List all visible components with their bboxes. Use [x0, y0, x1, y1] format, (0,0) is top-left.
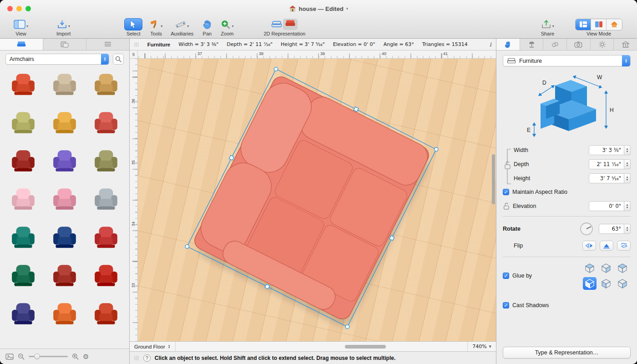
inspector-tab-light[interactable] — [520, 39, 544, 50]
glue-face-option[interactable] — [599, 277, 613, 290]
elevation-field[interactable]: 0' 0" — [589, 201, 624, 211]
canvas-horizontal-scrollbar-track[interactable] — [176, 342, 467, 351]
view-toolbar-button[interactable]: ▾ View — [14, 18, 28, 36]
share-toolbar-button[interactable]: ▾ Share — [541, 18, 554, 36]
armchair-thumbnail[interactable] — [44, 110, 86, 136]
type-representation-button[interactable]: Type & Representation… — [503, 347, 631, 359]
inspector-category-popup[interactable]: Furniture ▲▼ — [503, 55, 631, 66]
help-icon[interactable]: ? — [143, 354, 151, 362]
canvas-bottom-bar: Ground Floor ▲▼ 740% ▼ — [130, 341, 496, 351]
selection-handle[interactable] — [273, 66, 278, 71]
selection-handle[interactable] — [185, 244, 190, 249]
armchair-thumbnail[interactable] — [44, 148, 86, 174]
canvas-zoom-control[interactable]: 740% ▼ — [467, 342, 496, 351]
glue-face-option[interactable] — [616, 277, 629, 290]
library-tab-list[interactable] — [86, 39, 129, 50]
floor-selector[interactable]: Ground Floor ▲▼ — [130, 342, 176, 351]
flip-horizontal-icon — [585, 243, 593, 249]
glue-face-option[interactable] — [616, 262, 629, 274]
inspector-tab-eraser[interactable] — [543, 39, 567, 50]
rotate-dial[interactable] — [580, 222, 593, 236]
inspector-tab-arrange[interactable] — [496, 39, 520, 50]
armchair-thumbnail[interactable] — [44, 186, 86, 212]
armchair-thumbnail[interactable] — [85, 110, 126, 136]
window-title-group[interactable]: house — Edited ▾ — [289, 5, 349, 12]
armchair-thumbnail[interactable] — [3, 148, 44, 174]
glue-face-option-selected[interactable] — [583, 277, 597, 290]
armchair-thumbnail[interactable] — [44, 71, 86, 98]
selected-sofa-object[interactable] — [138, 59, 496, 341]
gear-icon[interactable]: ⚙ — [83, 353, 89, 361]
flip-horizontal-button[interactable] — [582, 241, 596, 251]
library-search-button[interactable] — [113, 54, 124, 65]
width-field[interactable]: 3' 3 ⅜" — [589, 145, 624, 155]
height-stepper[interactable]: ▲▼ — [624, 173, 631, 183]
elevation-lock-icon[interactable] — [503, 202, 510, 210]
preview-image-icon[interactable] — [5, 354, 14, 360]
view-mode-2d-segment[interactable] — [576, 19, 591, 30]
zoom-out-icon[interactable] — [18, 353, 25, 360]
inspector-tab-camera[interactable] — [567, 39, 591, 50]
pan-toolbar-button[interactable]: Pan — [202, 18, 212, 36]
tools-toolbar-button[interactable]: ▾ Tools — [150, 18, 162, 36]
glue-by-checkbox[interactable]: ✓ — [503, 273, 509, 279]
width-row: Width 3' 3 ⅜" ▲▼ — [503, 143, 631, 157]
maintain-aspect-checkbox[interactable]: ✓ — [503, 189, 509, 195]
inspector-tab-sun[interactable] — [591, 39, 614, 50]
selection-handle[interactable] — [434, 147, 439, 152]
flip-3d-button[interactable] — [617, 241, 631, 251]
rotate-stepper[interactable]: ▲▼ — [624, 224, 631, 234]
library-tab-materials[interactable] — [43, 39, 86, 50]
info-field: Height = 3' 7 ⁵⁄₁₆" — [281, 41, 325, 47]
armchair-thumbnail[interactable] — [3, 263, 44, 289]
zoom-toolbar-button[interactable]: ▾ Zoom — [221, 18, 233, 36]
representation-toggle[interactable]: 2D Representation — [263, 18, 305, 36]
glue-face-option[interactable] — [599, 262, 613, 274]
slider-knob[interactable] — [34, 354, 40, 359]
view-mode-split-segment[interactable] — [591, 19, 607, 30]
elevation-stepper[interactable]: ▲▼ — [624, 201, 631, 211]
armchair-thumbnail[interactable] — [85, 224, 126, 251]
armchair-thumbnail[interactable] — [85, 186, 126, 212]
armchair-thumbnail[interactable] — [44, 263, 86, 289]
armchair-thumbnail[interactable] — [3, 301, 44, 327]
armchair-thumbnail[interactable] — [44, 224, 86, 251]
armchair-thumbnail[interactable] — [85, 301, 126, 327]
import-toolbar-button[interactable]: ▾ Import — [56, 18, 71, 36]
zoom-in-icon[interactable] — [72, 353, 79, 360]
select-tool-button[interactable]: Select — [124, 18, 142, 36]
selection-handle[interactable] — [229, 155, 234, 160]
armchair-thumbnail[interactable] — [85, 148, 126, 174]
import-icon — [57, 20, 67, 29]
info-icon[interactable]: i — [490, 41, 491, 48]
height-field[interactable]: 3' 7 ⁵⁄₁₆" — [589, 173, 624, 183]
depth-stepper[interactable]: ▲▼ — [624, 159, 631, 169]
auxiliaries-toolbar-button[interactable]: ▾ Auxiliaries — [171, 18, 193, 36]
floor-plan-canvas[interactable] — [138, 59, 496, 341]
armchair-thumbnail[interactable] — [3, 186, 44, 212]
zoom-window-button[interactable] — [25, 6, 31, 11]
width-stepper[interactable]: ▲▼ — [624, 145, 631, 155]
library-tab-furniture[interactable] — [0, 39, 43, 50]
share-label: Share — [541, 31, 554, 36]
armchair-thumbnail[interactable] — [85, 263, 126, 289]
armchair-thumbnail[interactable] — [3, 71, 44, 98]
armchair-thumbnail[interactable] — [3, 224, 44, 251]
rotate-field[interactable]: 63° — [599, 224, 624, 234]
glue-face-option[interactable] — [583, 262, 597, 274]
armchair-thumbnail[interactable] — [3, 110, 44, 136]
minimize-window-button[interactable] — [16, 6, 22, 11]
close-window-button[interactable] — [7, 6, 13, 11]
canvas-horizontal-scrollbar[interactable] — [345, 345, 386, 349]
canvas-vertical-scrollbar[interactable] — [492, 154, 495, 204]
flip-vertical-button[interactable] — [600, 241, 613, 251]
depth-field[interactable]: 2' 11 ⁷⁄₁₆" — [589, 159, 624, 169]
armchair-thumbnail[interactable] — [85, 71, 126, 98]
view-mode-3d-segment[interactable] — [607, 19, 622, 30]
inspector-tab-building[interactable] — [614, 39, 637, 50]
category-popup[interactable]: Armchairs ▲▼ — [5, 54, 109, 65]
thumbnail-size-slider[interactable] — [29, 356, 68, 357]
selection-handle[interactable] — [354, 107, 359, 112]
armchair-thumbnail[interactable] — [44, 301, 86, 327]
cast-shadows-checkbox[interactable]: ✓ — [503, 302, 509, 308]
